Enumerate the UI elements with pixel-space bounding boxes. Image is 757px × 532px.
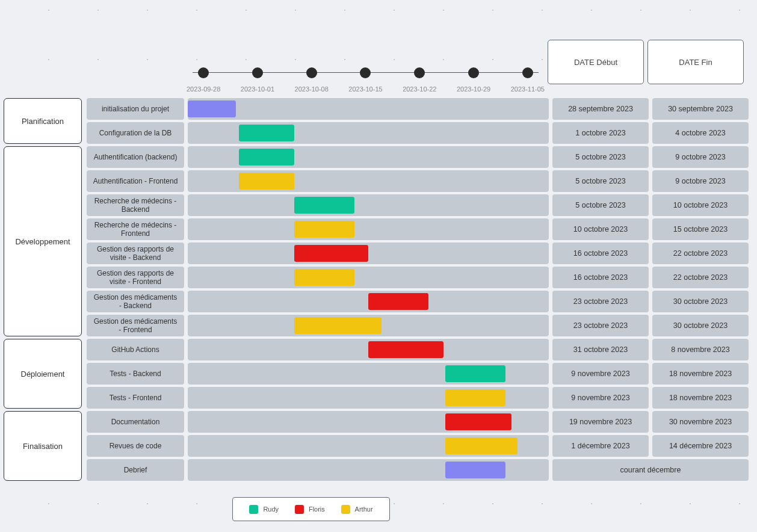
timeline-tick: 2023-10-15 <box>348 67 382 93</box>
gantt-bar <box>188 101 236 117</box>
date-start-cell: 23 octobre 2023 <box>552 291 649 312</box>
gantt-bar <box>239 149 294 165</box>
date-end-cell: 8 novembre 2023 <box>652 339 749 360</box>
task-row: Revues de code1 décembre 202314 décembre… <box>87 435 749 457</box>
gantt-bar <box>368 341 443 358</box>
task-row: Gestion des rapports de visite - Fronten… <box>87 267 749 288</box>
date-end-cell: 18 novembre 2023 <box>652 387 749 409</box>
date-span-cell: courant décembre <box>552 459 749 481</box>
date-start-cell: 1 décembre 2023 <box>552 435 649 457</box>
tick-dot-icon <box>252 67 263 78</box>
date-end-cell: 15 octobre 2023 <box>652 218 749 240</box>
task-row: Tests - Backend9 novembre 202318 novembr… <box>87 363 749 385</box>
task-row: Configuration de la DB1 octobre 20234 oc… <box>87 122 749 144</box>
gantt-bar <box>294 269 354 286</box>
tick-label: 2023-09-28 <box>187 85 220 93</box>
task-label: Revues de code <box>87 435 184 457</box>
gantt-track <box>188 122 549 144</box>
gantt-bar <box>368 293 428 310</box>
date-end-cell: 18 novembre 2023 <box>652 363 749 385</box>
gantt-bar <box>239 125 294 141</box>
tick-label: 2023-10-08 <box>295 85 329 93</box>
gantt-bar <box>294 197 354 214</box>
tick-label: 2023-10-01 <box>241 85 274 93</box>
task-label: Recherche de médecins - Backend <box>87 194 184 216</box>
legend-label: Arthur <box>355 506 373 513</box>
legend-item: Arthur <box>341 505 373 514</box>
date-start-cell: 28 septembre 2023 <box>552 98 649 120</box>
timeline-tick: 2023-10-22 <box>403 67 436 93</box>
gantt-bar <box>294 221 354 238</box>
task-row: Gestion des médicaments - Frontend23 oct… <box>87 315 749 336</box>
timeline-tick: 2023-09-28 <box>187 67 220 93</box>
tick-label: 2023-10-29 <box>457 85 490 93</box>
task-label: Documentation <box>87 411 184 433</box>
tick-dot-icon <box>468 67 479 78</box>
legend-label: Rudy <box>263 506 279 513</box>
task-row: GitHub Actions31 octobre 20238 novembre … <box>87 339 749 360</box>
task-row: initialisation du projet28 septembre 202… <box>87 98 749 120</box>
task-row: Recherche de médecins - Frontend10 octob… <box>87 218 749 240</box>
gantt-track <box>188 194 549 216</box>
task-label: Tests - Frontend <box>87 387 184 409</box>
phase-box: Planification <box>4 98 82 144</box>
task-row: Authentification - Frontend5 octobre 202… <box>87 170 749 192</box>
legend-label: Floris <box>309 506 325 513</box>
gantt-track <box>188 146 549 168</box>
gantt-track <box>188 170 549 192</box>
task-label: Gestion des rapports de visite - Fronten… <box>87 267 184 288</box>
legend-item: Rudy <box>249 505 279 514</box>
tick-dot-icon <box>198 67 209 78</box>
task-row: Documentation19 novembre 202330 novembre… <box>87 411 749 433</box>
legend-swatch-icon <box>295 505 304 514</box>
date-start-cell: 16 octobre 2023 <box>552 267 649 288</box>
gantt-track <box>188 315 549 336</box>
timeline-tick: 2023-10-29 <box>457 67 490 93</box>
date-start-cell: 5 octobre 2023 <box>552 194 649 216</box>
gantt-bar <box>294 245 368 262</box>
timeline-tick: 2023-11-05 <box>511 67 545 93</box>
date-end-cell: 30 septembre 2023 <box>652 98 749 120</box>
gantt-bar <box>445 389 505 406</box>
date-start-cell: 9 novembre 2023 <box>552 387 649 409</box>
gantt-track <box>188 459 549 481</box>
date-start-header: DATE Début <box>548 40 644 84</box>
date-end-cell: 9 octobre 2023 <box>652 146 749 168</box>
date-end-cell: 10 octobre 2023 <box>652 194 749 216</box>
timeline-axis: 2023-09-282023-10-012023-10-082023-10-15… <box>187 67 545 93</box>
date-start-cell: 16 octobre 2023 <box>552 243 649 264</box>
task-label: Gestion des rapports de visite - Backend <box>87 243 184 264</box>
gantt-bar <box>445 365 505 382</box>
date-end-cell: 14 décembre 2023 <box>652 435 749 457</box>
phase-column: PlanificationDéveloppementDéploiementFin… <box>4 98 82 483</box>
date-end-cell: 4 octobre 2023 <box>652 122 749 144</box>
gantt-bar <box>239 173 294 190</box>
legend-item: Floris <box>295 505 325 514</box>
tick-dot-icon <box>360 67 371 78</box>
gantt-track <box>188 267 549 288</box>
date-start-cell: 31 octobre 2023 <box>552 339 649 360</box>
task-label: Gestion des médicaments - Frontend <box>87 315 184 336</box>
phase-box: Développement <box>4 146 82 336</box>
task-label: Gestion des médicaments - Backend <box>87 291 184 312</box>
date-start-cell: 5 octobre 2023 <box>552 170 649 192</box>
task-row: Authentification (backend)5 octobre 2023… <box>87 146 749 168</box>
gantt-track <box>188 387 549 409</box>
task-label: GitHub Actions <box>87 339 184 360</box>
date-end-header: DATE Fin <box>647 40 744 84</box>
legend-swatch-icon <box>341 505 350 514</box>
task-label: Recherche de médecins - Frontend <box>87 218 184 240</box>
tick-label: 2023-10-22 <box>403 85 436 93</box>
task-row: Gestion des rapports de visite - Backend… <box>87 243 749 264</box>
gantt-track <box>188 435 549 457</box>
task-label: Authentification (backend) <box>87 146 184 168</box>
legend: RudyFlorisArthur <box>232 497 390 521</box>
gantt-track <box>188 98 549 120</box>
tick-label: 2023-11-05 <box>511 85 545 93</box>
task-row: Debriefcourant décembre <box>87 459 749 481</box>
date-start-cell: 10 octobre 2023 <box>552 218 649 240</box>
task-label: initialisation du projet <box>87 98 184 120</box>
gantt-bar <box>294 317 382 334</box>
date-start-cell: 5 octobre 2023 <box>552 146 649 168</box>
task-rows: initialisation du projet28 septembre 202… <box>87 98 749 483</box>
